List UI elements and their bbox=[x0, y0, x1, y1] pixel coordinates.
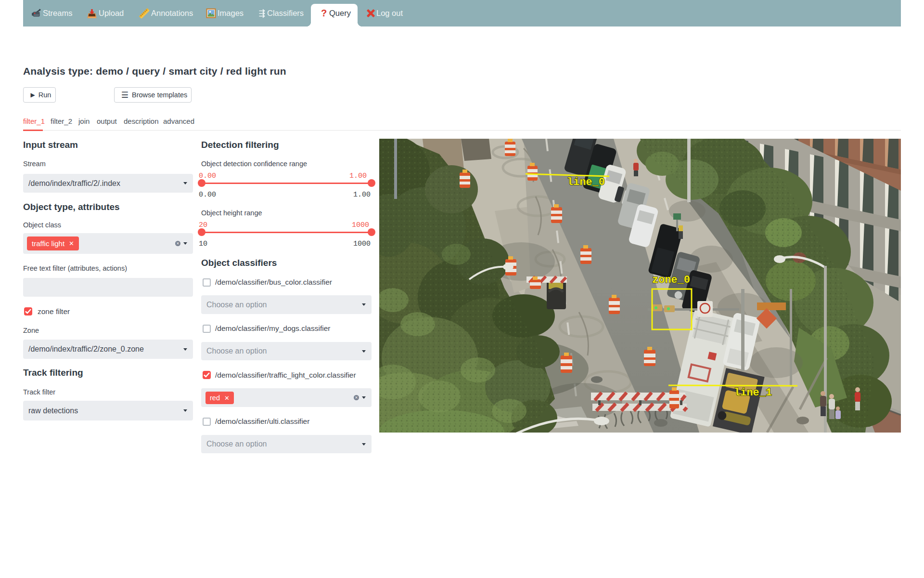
svg-text:line_0: line_0 bbox=[567, 176, 605, 188]
svg-text:line_1: line_1 bbox=[734, 387, 772, 399]
svg-text:zone_0: zone_0 bbox=[652, 274, 690, 286]
